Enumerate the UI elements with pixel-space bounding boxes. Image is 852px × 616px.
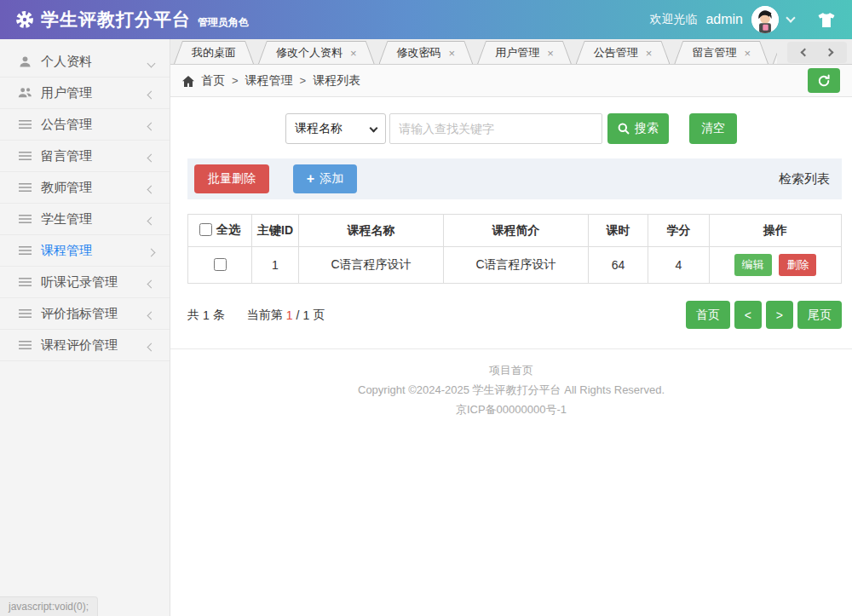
scroll-tabs-left-icon[interactable] [801,49,809,57]
tab-label: 用户管理 [495,45,539,60]
page-unit: 页 [313,308,325,323]
sidebar-item-label: 教师管理 [41,180,92,196]
page-separator: / [296,308,300,322]
tshirt-icon[interactable] [816,12,837,28]
gear-icon [15,10,34,29]
row-actions: 编辑 删除 [710,247,842,284]
header-select-all: 全选 [188,215,252,247]
first-page-button[interactable]: 首页 [686,301,730,329]
sidebar-item-messages[interactable]: 留言管理 [0,141,170,172]
search-input[interactable] [389,113,602,144]
sidebar-item-label: 学生管理 [41,211,92,227]
main-area: 我的桌面 修改个人资料 × 修改密码 × 用户管理 × 公告管理 × [170,39,852,616]
user-icon [17,55,32,68]
sidebar-item-eval-indicators[interactable]: 评价指标管理 [0,298,170,330]
prev-page-button[interactable]: < [734,301,762,329]
close-icon[interactable]: × [547,48,554,59]
breadcrumb-home[interactable]: 首页 [201,73,225,89]
users-icon [17,87,32,99]
select-all-checkbox[interactable] [199,223,212,236]
tab-edit-profile[interactable]: 修改个人资料 × [258,41,375,64]
tab-change-password[interactable]: 修改密码 × [379,41,474,64]
sidebar-item-profile[interactable]: 个人资料 [0,46,170,78]
refresh-button[interactable] [808,68,840,93]
sidebar-item-users[interactable]: 用户管理 [0,78,170,109]
selected-option: 课程名称 [295,121,343,136]
last-page-button[interactable]: 尾页 [797,301,842,329]
tab-message-mgmt[interactable]: 留言管理 × [674,41,769,64]
table-header-row: 全选 主键ID 课程名称 课程简介 课时 学分 操作 [188,215,842,247]
pagination: 共 1 条 当前第 1 / 1 页 首页 < > 尾页 [187,301,842,329]
add-button-label: 添加 [320,171,343,187]
icp-text: 京ICP备00000000号-1 [170,400,852,419]
tab-bar: 我的桌面 修改个人资料 × 修改密码 × 用户管理 × 公告管理 × [170,39,852,65]
current-page: 1 [286,308,293,322]
sidebar-item-teachers[interactable]: 教师管理 [0,172,170,204]
search-category-select[interactable]: 课程名称 [285,113,386,144]
tab-announcement-mgmt[interactable]: 公告管理 × [576,41,671,64]
sidebar-item-label: 个人资料 [41,54,92,70]
header-course-intro: 课程简介 [444,215,589,247]
total-prefix: 共 [187,308,199,323]
tab-scrollers [787,42,847,63]
tab-user-mgmt[interactable]: 用户管理 × [477,41,572,64]
sidebar-item-announcements[interactable]: 公告管理 [0,109,170,141]
close-icon[interactable]: × [646,48,653,59]
select-all-label: 全选 [216,222,240,238]
chevron-down-icon [148,55,154,69]
project-home-link[interactable]: 项目首页 [489,364,533,377]
sidebar-item-label: 课程评价管理 [41,337,118,354]
sidebar-item-students[interactable]: 学生管理 [0,204,170,235]
breadcrumb: 首页 > 课程管理 > 课程列表 [170,65,852,97]
next-page-button[interactable]: > [766,301,793,329]
tab-teacher-mgmt[interactable]: 教师管理 × [773,41,777,64]
row-id: 1 [252,247,299,284]
batch-delete-button[interactable]: 批量删除 [194,164,269,193]
sidebar-item-course-evals[interactable]: 课程评价管理 [0,330,170,361]
menu-icon [17,308,32,319]
sidebar-item-lecture-records[interactable]: 听课记录管理 [0,267,170,298]
close-icon[interactable]: × [350,48,357,59]
menu-icon [17,277,32,287]
avatar[interactable] [751,6,779,33]
add-button[interactable]: + 添加 [293,164,357,193]
search-button[interactable]: 搜索 [607,113,669,144]
breadcrumb-course-list[interactable]: 课程列表 [313,73,360,89]
menu-icon [17,340,32,350]
list-title: 检索列表 [779,171,835,187]
sidebar-item-label: 课程管理 [41,243,92,259]
row-course-name: C语言程序设计 [299,247,444,284]
breadcrumb-separator: > [232,74,239,87]
row-checkbox[interactable] [214,258,227,271]
tab-label: 修改个人资料 [276,45,343,60]
chevron-right-icon [148,244,154,258]
sidebar-item-label: 公告管理 [41,117,92,133]
table-row: 1 C语言程序设计 C语言程序设计 64 4 编辑 删除 [188,247,842,284]
edit-button[interactable]: 编辑 [734,254,772,276]
search-bar: 课程名称 搜索 清空 [285,113,852,144]
app-title: 学生评教打分平台 [41,8,191,32]
close-icon[interactable]: × [744,48,751,59]
close-icon[interactable]: × [449,48,456,59]
breadcrumb-course-mgmt[interactable]: 课程管理 [245,73,293,89]
tab-label: 我的桌面 [192,45,236,60]
scroll-tabs-right-icon[interactable] [826,49,834,57]
row-hours: 64 [589,247,648,284]
chevron-down-icon [370,124,378,132]
tab-my-desktop[interactable]: 我的桌面 [174,41,254,64]
welcome-text: 欢迎光临 [649,12,697,27]
chevron-down-icon[interactable] [786,13,795,22]
clear-button[interactable]: 清空 [689,113,737,144]
status-link-preview: javascript:void(0); [0,596,98,616]
chevron-left-icon [148,86,154,101]
row-credits: 4 [648,247,710,284]
header-actions: 操作 [710,215,842,247]
plus-icon: + [307,171,314,187]
pagination-info: 共 1 条 当前第 1 / 1 页 [187,308,325,323]
total-pages: 1 [302,308,309,322]
sidebar-item-label: 用户管理 [41,85,92,101]
delete-button[interactable]: 删除 [779,254,816,276]
sidebar-item-courses[interactable]: 课程管理 [0,235,170,267]
menu-icon [17,119,32,130]
tab-label: 修改密码 [397,45,441,60]
